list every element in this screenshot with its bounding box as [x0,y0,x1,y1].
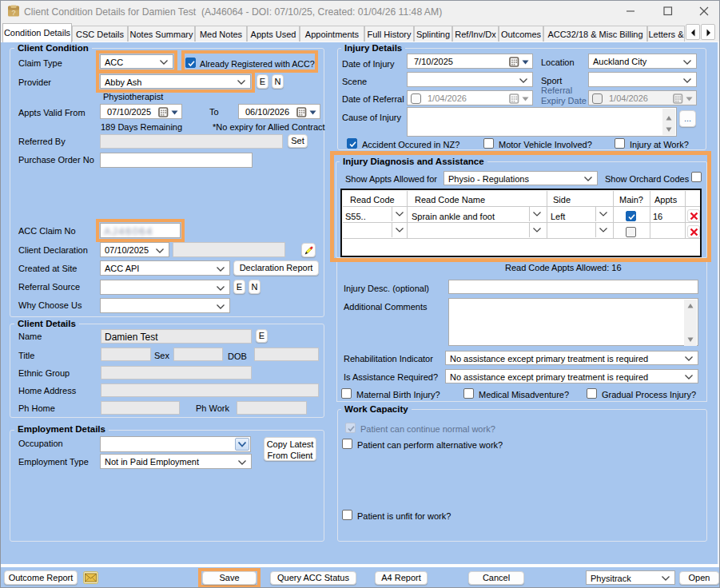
svg-text:?: ? [11,9,15,17]
